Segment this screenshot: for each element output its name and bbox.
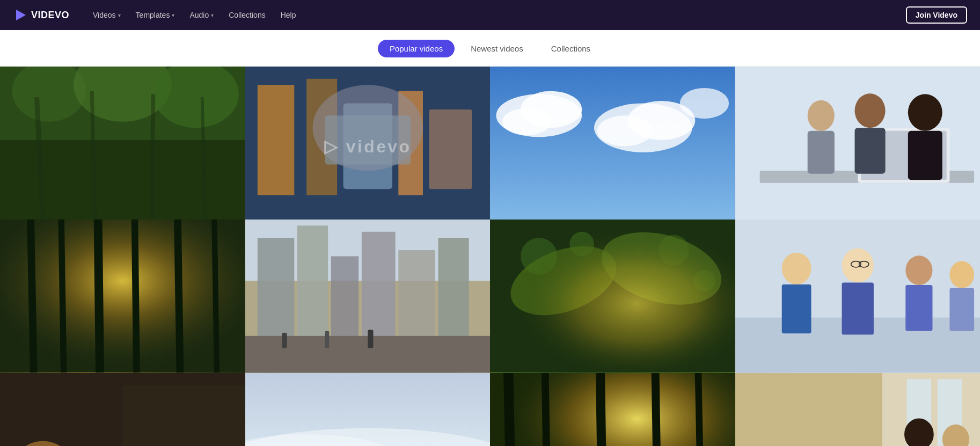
nav-audio-label: Audio bbox=[189, 11, 209, 19]
tab-popular-videos[interactable]: Popular videos bbox=[378, 40, 455, 57]
tab-newest-videos[interactable]: Newest videos bbox=[459, 40, 535, 57]
video-thumbnail-2[interactable]: ▷ videvo bbox=[245, 67, 491, 220]
nav-templates-chevron-icon: ▾ bbox=[172, 12, 174, 18]
video-thumbnail-3[interactable] bbox=[490, 67, 735, 220]
video-thumbnail-11[interactable] bbox=[490, 373, 735, 446]
video-thumbnail-10[interactable] bbox=[245, 373, 491, 446]
join-button[interactable]: Join Videvo bbox=[906, 6, 967, 24]
video-thumbnail-7[interactable] bbox=[490, 220, 735, 372]
tabs-bar: Popular videos Newest videos Collections bbox=[0, 30, 980, 67]
nav-collections-label: Collections bbox=[229, 11, 265, 19]
svg-marker-0 bbox=[16, 10, 26, 20]
video-thumbnail-8[interactable] bbox=[735, 220, 981, 372]
videvo-logo-icon bbox=[13, 8, 28, 23]
nav-videos-label: Videos bbox=[93, 11, 116, 19]
logo[interactable]: VIDEVO bbox=[13, 8, 69, 23]
nav-audio-chevron-icon: ▾ bbox=[211, 12, 214, 18]
video-thumbnail-4[interactable] bbox=[735, 67, 981, 220]
tab-collections[interactable]: Collections bbox=[539, 40, 602, 57]
nav-audio[interactable]: Audio ▾ bbox=[183, 6, 220, 24]
navbar: VIDEVO Videos ▾ Templates ▾ Audio ▾ Coll… bbox=[0, 0, 980, 30]
video-thumbnail-5[interactable] bbox=[0, 220, 245, 372]
video-thumbnail-1[interactable] bbox=[0, 67, 245, 220]
video-thumbnail-6[interactable] bbox=[245, 220, 491, 372]
nav-templates[interactable]: Templates ▾ bbox=[129, 6, 181, 24]
video-thumbnail-9[interactable] bbox=[0, 373, 245, 446]
nav-help-label: Help bbox=[281, 11, 296, 19]
navbar-right: Join Videvo bbox=[906, 6, 967, 24]
video-thumbnail-12[interactable] bbox=[735, 373, 981, 446]
logo-text: VIDEVO bbox=[31, 10, 69, 21]
nav-help[interactable]: Help bbox=[274, 6, 303, 24]
video-grid: ▷ videvo bbox=[0, 67, 980, 446]
nav-links: Videos ▾ Templates ▾ Audio ▾ Collections… bbox=[86, 6, 906, 24]
nav-videos[interactable]: Videos ▾ bbox=[86, 6, 127, 24]
nav-templates-label: Templates bbox=[136, 11, 170, 19]
nav-videos-chevron-icon: ▾ bbox=[118, 12, 121, 18]
nav-collections[interactable]: Collections bbox=[222, 6, 272, 24]
